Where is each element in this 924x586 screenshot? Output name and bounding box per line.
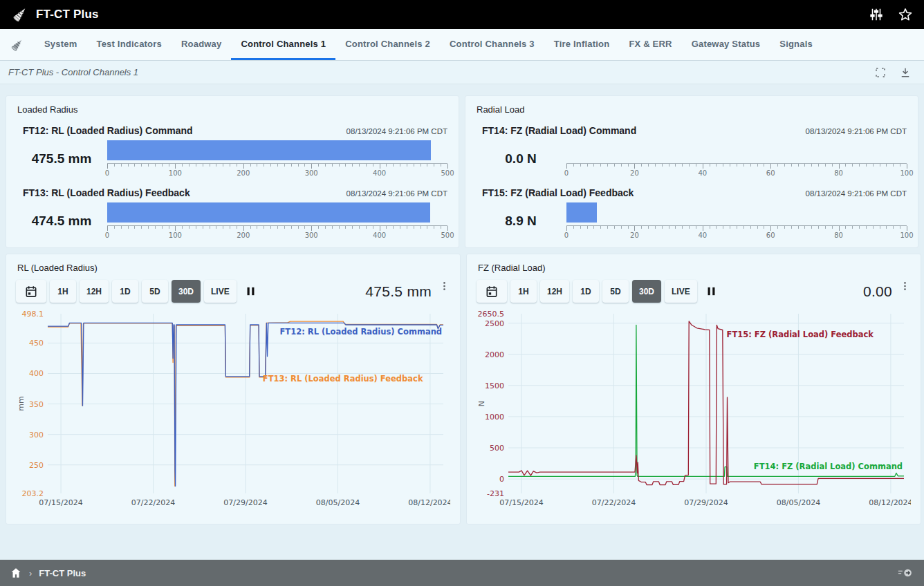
pause-button[interactable] (705, 285, 717, 297)
svg-text:2650.5: 2650.5 (478, 310, 505, 319)
gauge-timestamp: 08/13/2024 9:21:06 PM CDT (806, 189, 907, 198)
svg-text:08/12/2024: 08/12/2024 (408, 498, 450, 507)
svg-text:FT13: RL (Loaded Radius) Feedb: FT13: RL (Loaded Radius) Feedback (263, 374, 423, 384)
range-button-1h[interactable]: 1H (510, 280, 537, 303)
range-button-live[interactable]: LIVE (204, 280, 237, 303)
range-button-1h[interactable]: 1H (50, 280, 76, 303)
svg-text:-231: -231 (487, 489, 504, 498)
panel-title: Radial Load (475, 103, 908, 116)
tab-control-channels-2[interactable]: Control Channels 2 (335, 29, 440, 60)
star-icon[interactable] (898, 7, 913, 22)
range-button-5d[interactable]: 5D (602, 280, 629, 303)
gauge-ruler: 0100200300400500 (107, 163, 447, 178)
rl-chart-plot[interactable]: 498.1450400350300250203.207/15/202407/22… (16, 305, 450, 517)
gauge-bar (566, 140, 907, 160)
send-icon[interactable] (898, 567, 914, 579)
gauge-value: 474.5 mm (16, 202, 107, 229)
panel-fz-chart: FZ (Radial Load) 1H12H1D5D30DLIVE 0.00 2… (466, 254, 921, 524)
gauge-label: FT12: RL (Loaded Radius) Command (23, 125, 193, 136)
tab-system[interactable]: System (35, 29, 86, 60)
app-title: FT-CT Plus (36, 8, 99, 21)
chart-row: RL (Loaded Radius) 1H12H1D5D30DLIVE 475.… (6, 254, 918, 524)
svg-text:450: 450 (29, 339, 44, 348)
chevron-right-icon: › (29, 568, 32, 578)
gauge-timestamp: 08/13/2024 9:21:06 PM CDT (806, 127, 907, 135)
calendar-button[interactable] (16, 280, 46, 303)
svg-text:07/15/2024: 07/15/2024 (499, 498, 543, 507)
svg-text:1000: 1000 (485, 413, 504, 422)
svg-text:498.1: 498.1 (22, 310, 44, 319)
range-button-12h[interactable]: 12H (80, 280, 109, 303)
svg-text:07/29/2024: 07/29/2024 (223, 498, 267, 507)
svg-text:07/22/2024: 07/22/2024 (131, 498, 175, 507)
svg-text:300: 300 (29, 431, 44, 440)
gauge-ft13: FT13: RL (Loaded Radius) Feedback 08/13/… (16, 187, 449, 240)
breadcrumb-row: FT-CT Plus - Control Channels 1 (0, 61, 924, 84)
svg-text:08/12/2024: 08/12/2024 (869, 498, 911, 507)
breadcrumb: FT-CT Plus - Control Channels 1 (8, 67, 138, 77)
tab-control-channels-3[interactable]: Control Channels 3 (440, 29, 544, 60)
chart-title: RL (Loaded Radius) (16, 261, 450, 274)
range-button-30d[interactable]: 30D (172, 280, 201, 303)
gauge-ruler: 020406080100 (566, 225, 907, 240)
tab-control-channels-1[interactable]: Control Channels 1 (231, 29, 335, 60)
chart-toolbar: 1H12H1D5D30DLIVE 475.5 mm (16, 280, 450, 303)
gauge-ruler: 020406080100 (566, 163, 907, 178)
svg-text:07/22/2024: 07/22/2024 (592, 498, 636, 507)
fullscreen-icon[interactable] (874, 66, 887, 79)
chart-toolbar: 1H12H1D5D30DLIVE 0.00 (477, 280, 911, 303)
main-content: Loaded Radius FT12: RL (Loaded Radius) C… (0, 84, 924, 560)
gauge-row: Loaded Radius FT12: RL (Loaded Radius) C… (6, 95, 918, 248)
svg-text:500: 500 (490, 444, 504, 453)
tab-bar-logo-icon (6, 29, 35, 60)
svg-text:1500: 1500 (485, 381, 504, 390)
svg-text:2000: 2000 (485, 350, 504, 359)
gauge-value: 0.0 N (475, 140, 566, 167)
pause-button[interactable] (245, 285, 257, 297)
svg-text:FT15: FZ (Radial Load) Feedbac: FT15: FZ (Radial Load) Feedback (727, 330, 874, 339)
gauge-bar (107, 140, 447, 160)
gauge-label: FT15: FZ (Radial Load) Feedback (482, 187, 634, 198)
kebab-menu-icon[interactable] (438, 278, 450, 294)
tune-icon[interactable] (869, 7, 884, 22)
tab-signals[interactable]: Signals (770, 29, 822, 60)
svg-text:250: 250 (29, 461, 44, 470)
svg-text:08/05/2024: 08/05/2024 (316, 498, 360, 507)
gauge-value: 8.9 N (475, 202, 566, 229)
svg-text:08/05/2024: 08/05/2024 (777, 498, 820, 507)
range-button-30d[interactable]: 30D (632, 280, 661, 303)
gauge-timestamp: 08/13/2024 9:21:06 PM CDT (346, 127, 447, 135)
svg-text:07/29/2024: 07/29/2024 (684, 498, 728, 507)
tab-gateway-status[interactable]: Gateway Status (682, 29, 770, 60)
svg-text:350: 350 (29, 400, 44, 409)
tab-roadway[interactable]: Roadway (172, 29, 231, 60)
panel-rl-chart: RL (Loaded Radius) 1H12H1D5D30DLIVE 475.… (6, 254, 461, 524)
svg-text:0: 0 (499, 475, 504, 484)
range-button-1d[interactable]: 1D (112, 280, 138, 303)
chart-current-value: 475.5 mm (365, 283, 432, 300)
range-button-12h[interactable]: 12H (540, 280, 569, 303)
fz-chart-plot[interactable]: 2650.525002000150010005000-23107/15/2024… (477, 305, 911, 517)
kebab-menu-icon[interactable] (899, 278, 911, 294)
chart-title: FZ (Radial Load) (477, 261, 911, 274)
svg-text:FT12: RL (Loaded Radius) Comma: FT12: RL (Loaded Radius) Command (280, 327, 443, 337)
svg-text:2500: 2500 (485, 319, 504, 328)
footer-bar: › FT-CT Plus (0, 560, 924, 586)
range-button-1d[interactable]: 1D (573, 280, 599, 303)
download-icon[interactable] (899, 66, 912, 79)
tab-fx-err[interactable]: FX & ERR (619, 29, 681, 60)
footer-app-label: FT-CT Plus (39, 568, 86, 578)
gauge-ruler: 0100200300400500 (107, 225, 447, 240)
tab-tire-inflation[interactable]: Tire Inflation (544, 29, 620, 60)
home-icon[interactable] (10, 567, 22, 579)
calendar-button[interactable] (477, 280, 507, 303)
svg-text:N: N (477, 401, 486, 406)
gauge-ft14: FT14: FZ (Radial Load) Command 08/13/202… (475, 125, 908, 178)
range-group: 1H12H1D5D30DLIVE (510, 280, 697, 303)
svg-text:mm: mm (17, 396, 26, 410)
gauge-label: FT14: FZ (Radial Load) Command (482, 125, 636, 136)
range-button-live[interactable]: LIVE (665, 280, 697, 303)
range-button-5d[interactable]: 5D (142, 280, 168, 303)
svg-text:203.2: 203.2 (22, 489, 44, 498)
tab-test-indicators[interactable]: Test Indicators (86, 29, 172, 60)
